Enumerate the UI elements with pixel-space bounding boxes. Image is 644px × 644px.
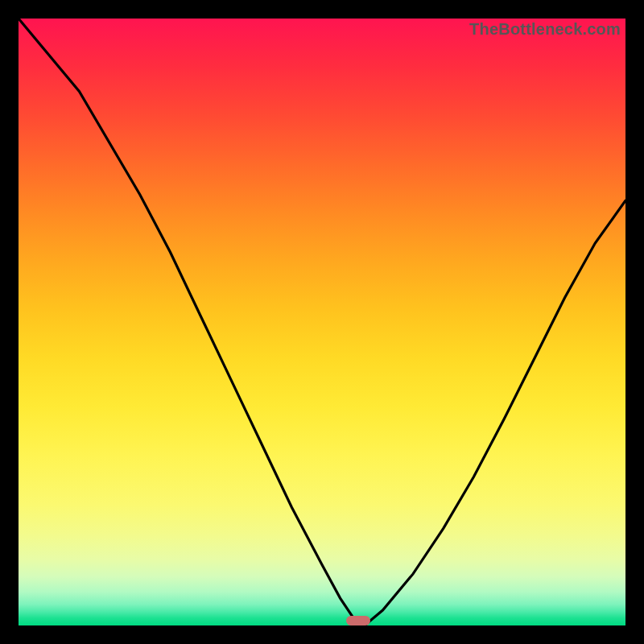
plot-area: TheBottleneck.com <box>19 19 625 625</box>
chart-frame: TheBottleneck.com <box>0 0 644 644</box>
curve-path <box>19 19 625 625</box>
watermark-text: TheBottleneck.com <box>469 20 621 39</box>
optimal-point-marker <box>346 616 370 625</box>
bottleneck-curve <box>19 19 625 625</box>
